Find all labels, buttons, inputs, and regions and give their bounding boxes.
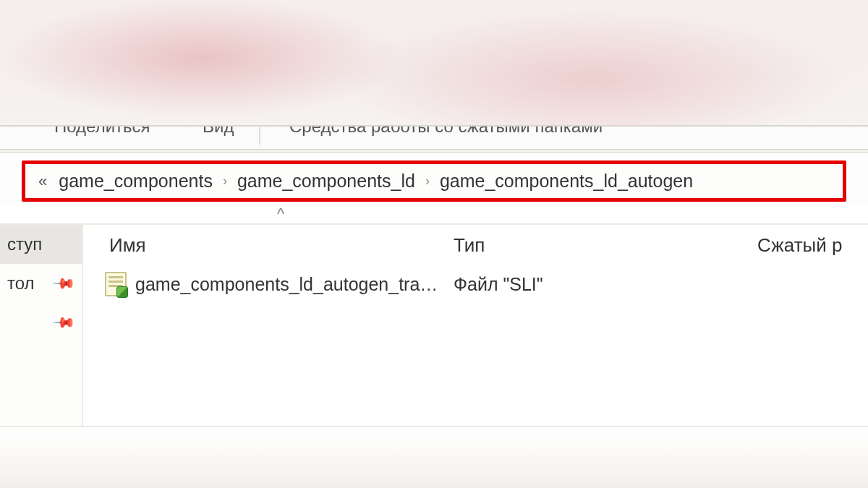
breadcrumb-seg-2[interactable]: game_components_ld_autogen — [440, 171, 693, 192]
sidebar-item-label: ступ — [7, 234, 42, 254]
pin-icon: 📌 — [51, 271, 77, 296]
breadcrumb-bar[interactable]: « game_components › game_components_ld ›… — [22, 160, 846, 202]
sidebar-item-quickaccess[interactable]: ступ — [0, 225, 82, 264]
column-header-compressed[interactable]: Сжатый р — [754, 234, 868, 257]
ribbon-tabs: Поделиться Вид Средства работы со сжатым… — [0, 127, 868, 150]
sidebar-item-pinned[interactable]: 📌 — [0, 303, 82, 342]
bottom-fade — [0, 426, 868, 488]
main-split: ступ тол 📌 📌 Имя Тип Сжатый р game_compo… — [0, 223, 868, 426]
ribbon-tab-view[interactable]: Вид — [203, 127, 234, 137]
column-header-name[interactable]: Имя — [96, 234, 451, 257]
sidebar-item-desktop[interactable]: тол 📌 — [0, 264, 82, 303]
chevron-right-icon: › — [223, 174, 227, 189]
file-row[interactable]: game_components_ld_autogen_tra… Файл "SL… — [96, 265, 868, 303]
sidebar-item-label: тол — [7, 273, 35, 294]
file-icon — [105, 272, 127, 296]
column-headers: Имя Тип Сжатый р — [96, 225, 868, 265]
top-banner — [0, 0, 868, 127]
address-bar-area: « game_components › game_components_ld ›… — [0, 153, 868, 206]
file-listing: Имя Тип Сжатый р game_components_ld_auto… — [83, 225, 868, 426]
file-type: Файл "SLI" — [451, 274, 754, 295]
breadcrumb-caret-row: ^ — [0, 206, 868, 223]
ribbon-divider — [259, 127, 260, 145]
breadcrumb-seg-0[interactable]: game_components — [59, 171, 213, 192]
ribbon-tab-share[interactable]: Поделиться — [54, 127, 150, 137]
column-header-type[interactable]: Тип — [451, 234, 754, 257]
breadcrumb-seg-1[interactable]: game_components_ld — [237, 171, 415, 192]
file-name: game_components_ld_autogen_tra… — [135, 274, 438, 295]
ribbon-tab-archive-tools[interactable]: Средства работы со сжатыми папками — [289, 127, 603, 137]
pin-icon: 📌 — [51, 310, 77, 335]
breadcrumb-overflow-icon[interactable]: « — [38, 172, 47, 191]
nav-sidebar: ступ тол 📌 📌 — [0, 225, 83, 426]
chevron-right-icon: › — [425, 174, 430, 189]
caret-up-icon: ^ — [277, 205, 284, 223]
